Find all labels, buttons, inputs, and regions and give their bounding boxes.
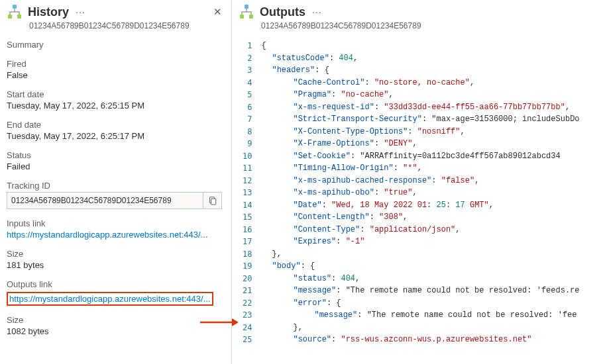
copy-icon: [208, 197, 217, 205]
inputs-link[interactable]: https://mystandardlogicapp.azurewebsites…: [7, 230, 208, 240]
svg-rect-4: [211, 199, 215, 205]
inputs-link-label: Inputs link: [7, 218, 222, 228]
history-header: History ··· ✕: [7, 4, 222, 20]
close-icon[interactable]: ✕: [213, 6, 222, 18]
start-date-value: Tuesday, May 17, 2022, 6:25:15 PM: [7, 101, 222, 111]
history-title: History: [28, 5, 69, 19]
outputs-link-label: Outputs link: [7, 279, 222, 289]
tracking-id-label: Tracking ID: [7, 181, 222, 191]
code-content[interactable]: {"statusCode": 404,"headers": {"Cache-Co…: [260, 40, 579, 346]
svg-rect-8: [240, 15, 244, 19]
history-panel: History ··· ✕ 01234A56789B01234C56789D01…: [0, 0, 232, 364]
svg-rect-0: [13, 5, 17, 9]
summary-label: Summary: [7, 40, 222, 50]
more-icon[interactable]: ···: [312, 7, 322, 17]
outputs-run-id: 01234A56789B01234C56789D01234E56789: [261, 21, 603, 30]
copy-button[interactable]: [203, 193, 221, 208]
outputs-size-value: 1082 bytes: [7, 326, 222, 336]
history-run-id: 01234A56789B01234C56789D01234E56789: [29, 21, 222, 30]
end-date-value: Tuesday, May 17, 2022, 6:25:17 PM: [7, 131, 222, 141]
line-gutter: 1234567891011121314151617181920212223242…: [239, 40, 260, 346]
more-icon[interactable]: ···: [76, 7, 85, 17]
json-editor[interactable]: 1234567891011121314151617181920212223242…: [239, 40, 603, 346]
svg-rect-1: [8, 15, 12, 19]
tracking-id-input[interactable]: [7, 196, 203, 205]
outputs-title: Outputs: [260, 5, 305, 19]
logic-app-icon: [239, 4, 254, 20]
status-value: Failed: [7, 161, 222, 171]
outputs-size-label: Size: [7, 315, 222, 325]
logic-app-icon: [7, 4, 23, 20]
outputs-link-highlight: https://mystandardlogicapp.azurewebsites…: [7, 292, 213, 306]
end-date-label: End date: [7, 120, 222, 130]
outputs-panel: Outputs ··· 01234A56789B01234C56789D0123…: [232, 0, 603, 364]
inputs-size-value: 181 bytes: [7, 260, 222, 270]
fired-value: False: [7, 70, 222, 80]
status-label: Status: [7, 150, 222, 160]
svg-rect-9: [249, 15, 253, 19]
svg-rect-7: [245, 5, 248, 9]
start-date-label: Start date: [7, 89, 222, 99]
outputs-link[interactable]: https://mystandardlogicapp.azurewebsites…: [9, 294, 211, 304]
outputs-header: Outputs ···: [239, 4, 603, 20]
svg-rect-2: [17, 15, 21, 19]
tracking-id-row: [7, 192, 222, 209]
inputs-size-label: Size: [7, 249, 222, 259]
fired-label: Fired: [7, 59, 222, 69]
